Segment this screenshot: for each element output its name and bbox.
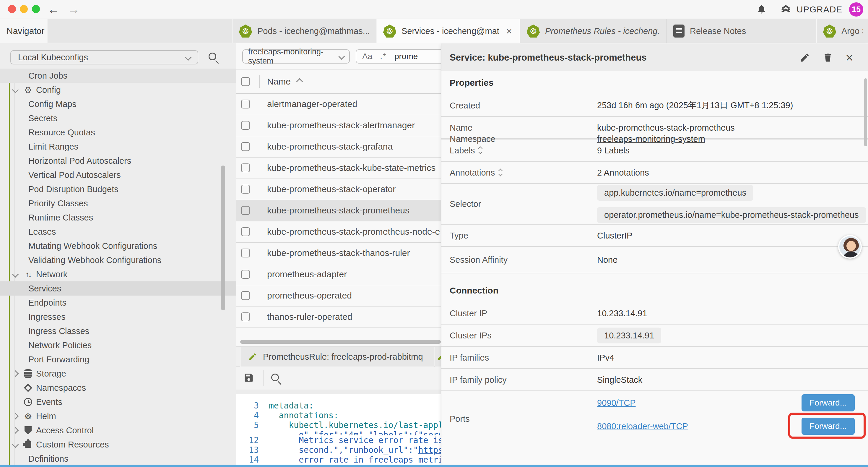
forward-button[interactable]: Forward... (802, 418, 855, 435)
namespace-select[interactable]: freeleaps-monitoring-system (242, 49, 350, 63)
row-checkbox[interactable] (241, 121, 250, 130)
row-checkbox[interactable] (241, 313, 250, 321)
table-row[interactable]: kube-prometheus-stack-thanos-ruler (236, 243, 441, 264)
row-checkbox[interactable] (241, 227, 250, 236)
sort-toggle-icon[interactable] (499, 169, 502, 176)
user-avatar[interactable] (838, 235, 862, 259)
sidebar-item-events[interactable]: Events (0, 395, 236, 409)
horizontal-scrollbar[interactable] (240, 340, 441, 344)
chevron-down-icon[interactable] (12, 87, 19, 93)
row-checkbox[interactable] (241, 142, 250, 151)
chevron-right-icon[interactable] (12, 427, 19, 434)
port-link[interactable]: 9090/TCP (597, 398, 636, 408)
chevron-right-icon[interactable] (12, 413, 19, 420)
sidebar-item-config[interactable]: ⚙Config (0, 83, 236, 97)
forward-button[interactable]: Forward... (802, 394, 855, 411)
sidebar-item-ingress-classes[interactable]: Ingress Classes (0, 324, 236, 338)
port-link[interactable]: 8080:reloader-web/TCP (597, 421, 688, 431)
forward-arrow-icon[interactable]: → (67, 2, 80, 17)
sidebar-item-ingresses[interactable]: Ingresses (0, 310, 236, 324)
sidebar-item-port-forwarding[interactable]: Port Forwarding (0, 352, 236, 367)
sidebar-item-pod-disruption-budgets[interactable]: Pod Disruption Budgets (0, 182, 236, 196)
table-row[interactable]: kube-prometheus-stack-operator (236, 179, 441, 200)
table-row[interactable]: kube-prometheus-stack-grafana (236, 136, 441, 157)
chevron-down-icon[interactable] (12, 271, 19, 278)
app-tab-5[interactable]: ☸Argo Se (816, 19, 868, 43)
sidebar-item-helm[interactable]: ☸Helm (0, 409, 236, 423)
sidebar-item-limit-ranges[interactable]: Limit Ranges (0, 140, 236, 154)
sidebar-item-definitions[interactable]: Definitions (0, 451, 236, 466)
table-row[interactable]: prometheus-operated (236, 285, 441, 307)
sidebar-item-vertical-pod-autoscalers[interactable]: Vertical Pod Autoscalers (0, 168, 236, 182)
sort-toggle-icon[interactable] (479, 147, 482, 154)
close-icon[interactable]: × (845, 52, 853, 63)
row-checkbox[interactable] (241, 249, 250, 258)
sidebar-item-cron-jobs[interactable]: Cron Jobs (0, 68, 236, 83)
app-tab-3[interactable]: ☸Prometheus Rules - icecheng... (520, 19, 666, 43)
table-row[interactable]: kube-prometheus-stack-prometheus-node-ex… (236, 222, 441, 243)
sidebar-item-storage[interactable]: Storage (0, 367, 236, 381)
sidebar-item-custom-resources[interactable]: Custom Resources (0, 437, 236, 451)
regex-toggle[interactable]: .* (380, 52, 387, 61)
upgrade-button[interactable]: UPGRADE (780, 4, 842, 16)
row-checkbox[interactable] (241, 291, 250, 300)
name-column-header[interactable]: Name (267, 77, 302, 87)
sidebar-item-endpoints[interactable]: Endpoints (0, 296, 236, 310)
drawer-scrollbar[interactable] (864, 78, 867, 146)
sidebar-item-mutating-webhook-configurations[interactable]: Mutating Webhook Configurations (0, 239, 236, 253)
sidebar-item-validating-webhook-configurations[interactable]: Validating Webhook Configurations (0, 253, 236, 267)
select-all-checkbox[interactable] (241, 77, 250, 86)
sidebar-item-priority-classes[interactable]: Priority Classes (0, 196, 236, 210)
editor-tab-prometheusrule[interactable]: PrometheusRule: freeleaps-prod-rabbitmq (240, 347, 434, 367)
sidebar-search-icon[interactable] (209, 53, 216, 60)
delete-trash-icon[interactable] (823, 52, 833, 63)
sidebar-item-runtime-classes[interactable]: Runtime Classes (0, 210, 236, 225)
sidebar-item-secrets[interactable]: Secrets (0, 111, 236, 125)
tab-strip: Navigator ☸Pods - icecheng@mathmas...☸Se… (0, 19, 868, 43)
table-row[interactable]: alertmanager-operated (236, 94, 441, 115)
sidebar-item-network[interactable]: ↑↓Network (0, 267, 236, 282)
app-tab-1[interactable]: ☸Pods - icecheng@mathmas... (232, 19, 376, 43)
close-icon[interactable]: × (505, 25, 513, 37)
chevron-down-icon[interactable] (12, 441, 19, 448)
app-tab-4[interactable]: Release Notes (666, 19, 816, 43)
sidebar-item-access-control[interactable]: Access Control (0, 423, 236, 437)
sidebar-item-horizontal-pod-autoscalers[interactable]: Horizontal Pod Autoscalers (0, 154, 236, 168)
resource-search-box[interactable]: Aa .* prome (356, 49, 441, 63)
match-case-toggle[interactable]: Aa (362, 52, 372, 61)
table-row[interactable]: kube-prometheus-stack-prometheus (236, 200, 441, 222)
navigator-panel-tab[interactable]: Navigator (0, 19, 48, 43)
sidebar-item-leases[interactable]: Leases (0, 225, 236, 239)
editor-search-icon[interactable] (271, 374, 279, 381)
notifications-bell-icon[interactable] (756, 4, 767, 15)
edit-pencil-icon[interactable] (800, 52, 810, 63)
row-checkbox[interactable] (241, 99, 250, 109)
sidebar-scrollbar[interactable] (221, 166, 225, 310)
sidebar-item-resource-quotas[interactable]: Resource Quotas (0, 125, 236, 140)
minimize-window-button[interactable] (20, 5, 28, 13)
sidebar-item-services[interactable]: Services (0, 282, 236, 296)
yaml-editor[interactable]: 3metadata:4annotations:5kubectl.kubernet… (236, 389, 441, 467)
sidebar-item-config-maps[interactable]: Config Maps (0, 97, 236, 111)
table-row[interactable]: kube-prometheus-stack-kube-state-metrics (236, 157, 441, 179)
app-tab-2[interactable]: ☸Services - icecheng@math...× (376, 19, 520, 43)
row-checkbox[interactable] (241, 206, 250, 215)
table-row[interactable]: prometheus-adapter (236, 264, 441, 285)
back-arrow-icon[interactable]: ← (47, 2, 60, 17)
row-checkbox[interactable] (241, 270, 250, 279)
close-window-button[interactable] (8, 5, 16, 13)
save-icon[interactable] (243, 372, 254, 383)
detail-label: Selector (450, 199, 481, 209)
row-checkbox[interactable] (241, 164, 250, 172)
sidebar-item-network-policies[interactable]: Network Policies (0, 338, 236, 352)
table-row[interactable]: thanos-ruler-operated (236, 307, 441, 328)
row-checkbox[interactable] (241, 185, 250, 194)
notification-count-badge[interactable]: 15 (849, 2, 863, 17)
kubeconfig-select[interactable]: Local Kubeconfigs (10, 50, 198, 64)
chevron-right-icon[interactable] (12, 370, 19, 377)
maximize-window-button[interactable] (32, 5, 40, 13)
search-query-text[interactable]: prome (395, 52, 418, 61)
editor-tab-next-stub[interactable] (435, 347, 441, 367)
sidebar-item-namespaces[interactable]: Namespaces (0, 381, 236, 395)
table-row[interactable]: kube-prometheus-stack-alertmanager (236, 115, 441, 136)
